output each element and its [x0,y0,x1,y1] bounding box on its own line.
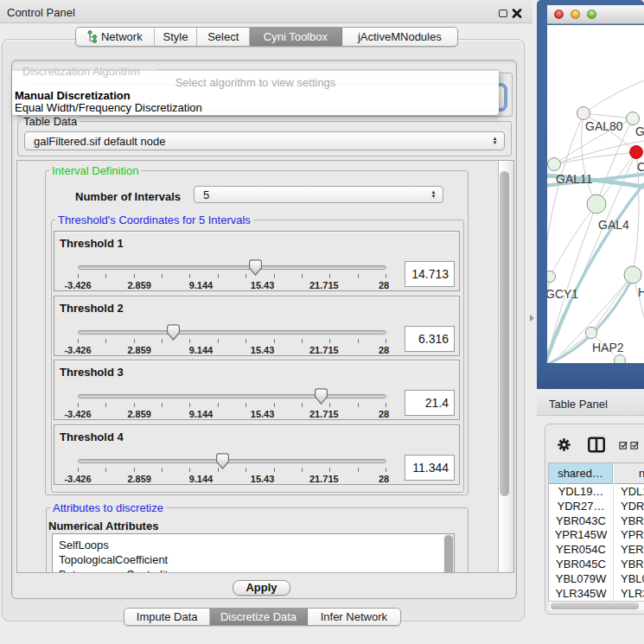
svg-text:GAL80: GAL80 [585,119,623,133]
svg-text:HA: HA [638,285,644,299]
svg-text:GA: GA [635,124,644,138]
svg-text:GAL11: GAL11 [556,172,593,186]
svg-text:CY: CY [637,160,644,174]
svg-text:HAP2: HAP2 [592,341,624,354]
svg-text:GCY1: GCY1 [547,287,578,301]
svg-text:GAL4: GAL4 [598,218,629,232]
